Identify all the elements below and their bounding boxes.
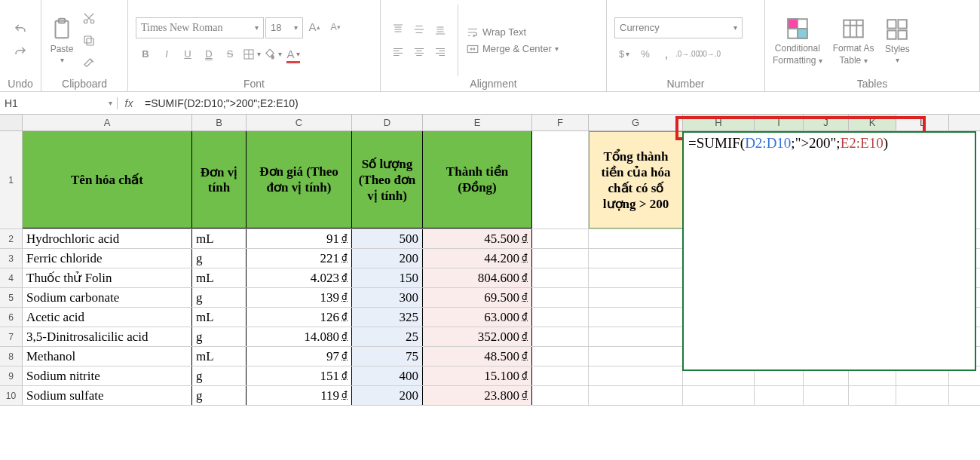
fx-icon[interactable]: fx	[118, 97, 140, 109]
cell[interactable]: 3,5-Dinitrosalicilic acid	[23, 327, 192, 346]
underline-button[interactable]: U	[178, 44, 198, 64]
font-color-button[interactable]: A▾	[283, 44, 303, 64]
double-underline-button[interactable]: D	[199, 44, 219, 64]
decrease-decimal-button[interactable]: .00→.0	[699, 44, 718, 64]
header-cell[interactable]: Đơn vị tính	[192, 131, 247, 228]
fill-color-button[interactable]: ▾	[262, 44, 282, 64]
cell[interactable]	[896, 386, 949, 405]
cell[interactable]: 97 ₫	[247, 347, 352, 366]
cell[interactable]	[532, 386, 589, 405]
formula-input[interactable]: =SUMIF(D2:D10;">200";E2:E10)	[140, 97, 980, 109]
comma-button[interactable]: ,	[657, 44, 676, 64]
cell[interactable]	[589, 386, 683, 405]
cell[interactable]: 45.500 ₫	[423, 229, 532, 248]
col-header[interactable]: G	[589, 115, 683, 130]
col-header[interactable]: H	[683, 115, 755, 130]
cut-button[interactable]	[79, 8, 99, 28]
bold-button[interactable]: B	[136, 44, 155, 64]
cell[interactable]: 91 ₫	[247, 229, 352, 248]
cell[interactable]	[532, 347, 589, 366]
increase-decimal-button[interactable]: .0→.00	[678, 44, 697, 64]
cell[interactable]	[532, 327, 589, 346]
cell[interactable]	[589, 366, 683, 385]
italic-button[interactable]: I	[157, 44, 176, 64]
cell[interactable]	[849, 386, 896, 405]
cell[interactable]: 804.600 ₫	[423, 268, 532, 287]
row-header[interactable]: 7	[0, 327, 23, 346]
cell[interactable]: 75	[352, 347, 423, 366]
cell[interactable]: 15.100 ₫	[423, 366, 532, 385]
cell[interactable]: mL	[192, 268, 247, 287]
cell[interactable]: mL	[192, 347, 247, 366]
font-size-select[interactable]: 18▾	[265, 17, 303, 38]
active-cell-editing[interactable]: =SUMIF(D2:D10;">200";E2:E10)	[682, 131, 976, 371]
col-header[interactable]: E	[423, 115, 532, 130]
row-header[interactable]: 5	[0, 288, 23, 307]
row-header[interactable]: 8	[0, 347, 23, 366]
cell[interactable]	[755, 386, 804, 405]
header-cell[interactable]: Số lượng (Theo đơn vị tính)	[352, 131, 423, 228]
cell[interactable]	[532, 308, 589, 327]
cell[interactable]: Sodium sulfate	[23, 386, 192, 405]
col-header[interactable]: J	[804, 115, 849, 130]
cell[interactable]	[532, 249, 589, 268]
paste-button[interactable]: Paste ▾	[49, 17, 75, 64]
select-all-corner[interactable]	[0, 115, 23, 130]
cell[interactable]	[532, 366, 589, 385]
cell[interactable]	[589, 327, 683, 346]
cell-styles-button[interactable]: Styles ▾	[884, 17, 910, 64]
decrease-font-button[interactable]: A▾	[326, 17, 345, 37]
cell[interactable]: Hydrochloric acid	[23, 229, 192, 248]
strikethrough-button[interactable]: S	[220, 44, 240, 64]
cell[interactable]: 4.023 ₫	[247, 268, 352, 287]
col-header[interactable]: C	[247, 115, 352, 130]
col-header[interactable]: F	[532, 115, 589, 130]
align-center-button[interactable]	[409, 42, 429, 62]
cell[interactable]: 400	[352, 366, 423, 385]
row-header[interactable]: 4	[0, 268, 23, 287]
row-header[interactable]: 9	[0, 366, 23, 385]
cell[interactable]: 25	[352, 327, 423, 346]
col-header[interactable]: A	[23, 115, 192, 130]
font-name-select[interactable]: Times New Roman▾	[136, 17, 264, 38]
align-left-button[interactable]	[388, 42, 408, 62]
cell[interactable]: 150	[352, 268, 423, 287]
row-header[interactable]: 6	[0, 308, 23, 327]
conditional-formatting-button[interactable]: Conditional Formatting ▾	[773, 16, 822, 66]
cell[interactable]: 126 ₫	[247, 308, 352, 327]
cell[interactable]: g	[192, 327, 247, 346]
undo-button[interactable]	[11, 20, 30, 39]
cell[interactable]: 14.080 ₫	[247, 327, 352, 346]
cell[interactable]: 500	[352, 229, 423, 248]
cell[interactable]: 48.500 ₫	[423, 347, 532, 366]
cell[interactable]: 352.000 ₫	[423, 327, 532, 346]
cell[interactable]	[589, 347, 683, 366]
cell[interactable]	[589, 249, 683, 268]
name-box[interactable]: H1▾	[0, 97, 118, 109]
cell[interactable]	[589, 288, 683, 307]
cell[interactable]: g	[192, 386, 247, 405]
header-cell[interactable]: Tên hóa chất	[23, 131, 192, 228]
cell[interactable]	[532, 229, 589, 248]
col-header[interactable]: B	[192, 115, 247, 130]
cell[interactable]: 139 ₫	[247, 288, 352, 307]
wrap-text-button[interactable]: Wrap Text	[466, 26, 526, 39]
format-painter-button[interactable]	[79, 54, 99, 73]
cell[interactable]: 221 ₫	[247, 249, 352, 268]
cell[interactable]: g	[192, 249, 247, 268]
cell[interactable]: g	[192, 288, 247, 307]
cell[interactable]: Thuốc thử Folin	[23, 268, 192, 287]
redo-button[interactable]	[11, 42, 30, 62]
cell[interactable]: 23.800 ₫	[423, 386, 532, 405]
cell[interactable]: 63.000 ₫	[423, 308, 532, 327]
cell[interactable]	[589, 308, 683, 327]
cell[interactable]: 200	[352, 386, 423, 405]
cell[interactable]	[683, 386, 755, 405]
cell[interactable]: 325	[352, 308, 423, 327]
cell[interactable]: Ferric chloride	[23, 249, 192, 268]
cell[interactable]: 44.200 ₫	[423, 249, 532, 268]
cell[interactable]: mL	[192, 308, 247, 327]
cell[interactable]	[589, 229, 683, 248]
cell[interactable]: 200	[352, 249, 423, 268]
cell[interactable]: 300	[352, 288, 423, 307]
